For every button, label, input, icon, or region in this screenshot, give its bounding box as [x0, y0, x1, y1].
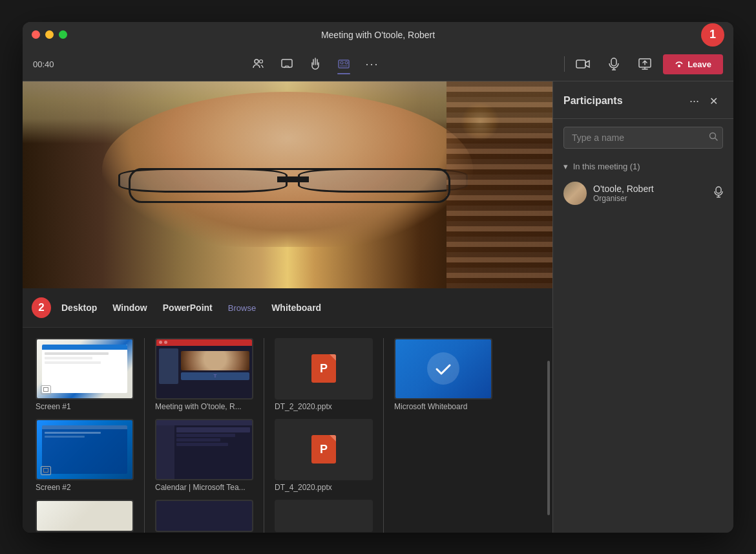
- svg-rect-6: [576, 60, 585, 68]
- window1-item[interactable]: T Meeting with O'toole, R...: [155, 338, 253, 411]
- screen2-label: Screen #2: [36, 483, 134, 492]
- participants-button[interactable]: [246, 52, 271, 76]
- powerpoint-column: P DT_2_2020.pptx: [275, 338, 384, 533]
- toolbar-right: Leave: [570, 52, 723, 76]
- call-timer: 00:40: [33, 59, 72, 69]
- window3-item[interactable]: [155, 500, 253, 533]
- in-meeting-section: ▾ In this meeting (1) O'toole, Robert Or…: [553, 156, 733, 215]
- svg-point-4: [341, 61, 343, 64]
- toolbar-center: ···: [72, 52, 559, 76]
- app-window: Meeting with O'toole, Robert 1 00:40: [23, 22, 733, 533]
- participants-panel: Participants ··· ✕ ▾ In this meeting (1): [552, 81, 733, 533]
- tab-whiteboard[interactable]: Whiteboard: [271, 303, 321, 313]
- participant-item: O'toole, Robert Organiser: [563, 176, 723, 210]
- screen1-item[interactable]: Screen #1: [36, 338, 134, 411]
- pptx2-thumb[interactable]: P: [275, 419, 373, 480]
- svg-rect-7: [611, 58, 616, 66]
- pptx1-item[interactable]: P DT_2_2020.pptx: [275, 338, 373, 411]
- window1-label: Meeting with O'toole, R...: [155, 402, 253, 411]
- pptx1-label: DT_2_2020.pptx: [275, 402, 373, 411]
- share-content-button[interactable]: [331, 52, 357, 76]
- toolbar-divider: [564, 56, 565, 72]
- main-content: 2 Desktop Window PowerPoint Browse White…: [23, 81, 733, 533]
- microphone-button[interactable]: [601, 52, 627, 76]
- more-options-button[interactable]: ···: [359, 52, 385, 76]
- screen2-thumb[interactable]: [36, 419, 134, 480]
- tab-desktop[interactable]: Desktop: [61, 303, 97, 313]
- tab-powerpoint[interactable]: PowerPoint: [163, 303, 213, 313]
- toolbar: 00:40: [23, 48, 733, 81]
- browse-link[interactable]: Browse: [228, 303, 256, 313]
- minimize-button[interactable]: [45, 30, 54, 39]
- notification-badge: 1: [701, 23, 724, 47]
- whiteboard-column: Microsoft Whiteboard: [394, 338, 492, 533]
- chat-button[interactable]: [274, 52, 300, 76]
- participant-name: O'toole, Robert: [593, 184, 714, 194]
- window-controls: [32, 30, 67, 39]
- participants-menu-button[interactable]: ···: [684, 92, 704, 111]
- pptx1-thumb[interactable]: P: [275, 338, 373, 400]
- window-column: T Meeting with O'toole, R...: [155, 338, 264, 533]
- screen3-thumb[interactable]: [36, 500, 134, 532]
- camera-button[interactable]: [570, 52, 596, 76]
- participants-close-button[interactable]: ✕: [704, 92, 723, 110]
- screen1-thumb[interactable]: [36, 338, 134, 400]
- video-feed: [23, 81, 552, 288]
- window1-thumb[interactable]: T: [155, 338, 253, 400]
- svg-point-11: [678, 65, 680, 67]
- tab-window[interactable]: Window: [112, 303, 147, 313]
- whiteboard-item[interactable]: Microsoft Whiteboard: [394, 338, 492, 411]
- screen1-label: Screen #1: [36, 402, 134, 411]
- search-icon-button[interactable]: [709, 132, 718, 144]
- participant-mic-icon: [714, 186, 723, 200]
- desktop-column: Screen #1: [36, 338, 145, 533]
- pptx3-item[interactable]: [275, 500, 373, 533]
- window3-thumb[interactable]: [155, 500, 253, 532]
- participant-info: O'toole, Robert Organiser: [593, 184, 714, 203]
- leave-button[interactable]: Leave: [663, 54, 723, 74]
- window-title: Meeting with O'toole, Robert: [321, 30, 435, 40]
- svg-point-5: [345, 61, 348, 64]
- left-panel: 2 Desktop Window PowerPoint Browse White…: [23, 81, 552, 533]
- pptx3-thumb[interactable]: [275, 500, 373, 532]
- participant-role: Organiser: [593, 194, 714, 203]
- screen2-item[interactable]: Screen #2: [36, 419, 134, 492]
- pptx2-label: DT_4_2020.pptx: [275, 483, 373, 492]
- video-area: [23, 81, 552, 288]
- participants-search: [563, 127, 723, 149]
- step2-badge: 2: [32, 297, 51, 318]
- participants-title: Participants: [563, 95, 684, 107]
- whiteboard-label: Microsoft Whiteboard: [394, 402, 492, 411]
- pptx2-item[interactable]: P DT_4_2020.pptx: [275, 419, 373, 492]
- in-meeting-label: ▾ In this meeting (1): [563, 162, 723, 171]
- scrollbar[interactable]: [547, 361, 550, 515]
- participants-header: Participants ··· ✕: [553, 81, 733, 119]
- share-screen-button[interactable]: [632, 52, 658, 76]
- raise-hand-button[interactable]: [302, 52, 328, 76]
- window2-item[interactable]: Calendar | Microsoft Tea...: [155, 419, 253, 492]
- participants-search-input[interactable]: [563, 127, 723, 149]
- participant-avatar: [563, 182, 587, 205]
- svg-point-1: [260, 60, 263, 63]
- svg-point-0: [255, 59, 258, 63]
- maximize-button[interactable]: [59, 30, 67, 39]
- window2-thumb[interactable]: [155, 419, 253, 480]
- window2-label: Calendar | Microsoft Tea...: [155, 483, 253, 492]
- leave-label: Leave: [688, 59, 711, 69]
- titlebar: Meeting with O'toole, Robert 1: [23, 22, 733, 48]
- avatar-image: [563, 182, 587, 205]
- svg-rect-13: [716, 187, 721, 193]
- whiteboard-thumb[interactable]: [394, 338, 492, 400]
- share-panel: 2 Desktop Window PowerPoint Browse White…: [23, 288, 552, 533]
- screen3-item[interactable]: [36, 500, 134, 533]
- close-button[interactable]: [32, 30, 40, 39]
